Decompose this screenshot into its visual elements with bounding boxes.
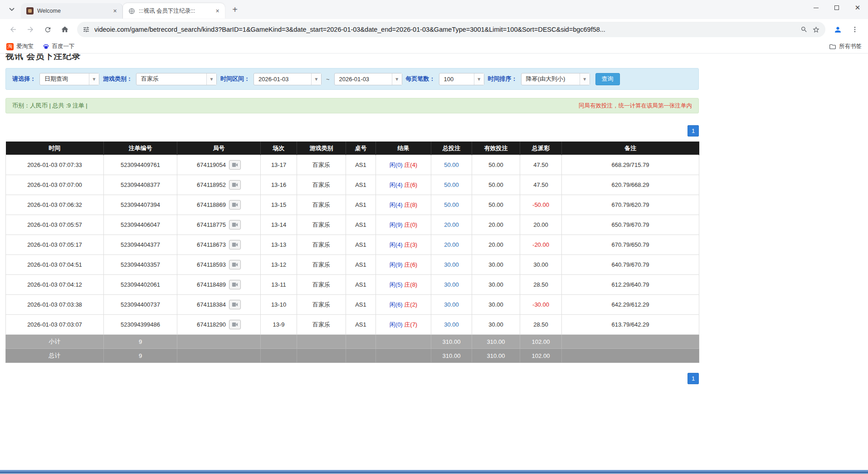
cell-result: 闲(6) 庄(2) [376,295,431,315]
result-player: 闲(9) [390,261,403,268]
result-banker: 庄(8) [404,281,417,288]
tab-bet-records[interactable]: :::视讯 会员下注纪录::: × [123,3,225,19]
video-replay-button[interactable] [229,180,241,190]
result-player: 闲(0) [390,161,403,168]
tab-close-icon[interactable]: × [111,7,119,15]
cell-time: 2026-01-03 07:07:00 [6,175,104,195]
total-bet-link[interactable]: 30.00 [444,281,459,288]
cell-bet-id: 523094408377 [104,175,177,195]
cell-session: 13-17 [261,155,297,175]
cell-round-id: 674119054 [177,155,261,175]
cell-payout: -20.00 [520,235,562,255]
total-bet-link[interactable]: 50.00 [444,161,459,168]
toolbar-right [830,22,863,37]
result-player: 闲(5) [390,281,403,288]
video-replay-button[interactable] [229,300,241,309]
cell-valid-bet: 30.00 [472,275,520,295]
total-bet-link[interactable]: 50.00 [444,181,459,188]
cell-round-id: 674118775 [177,215,261,235]
bookmark-star-icon[interactable] [812,26,820,34]
total-bet-link[interactable]: 30.00 [444,261,459,268]
cell-time: 2026-01-03 07:07:33 [6,155,104,175]
minimize-button[interactable] [805,0,826,15]
window-controls: ✕ [805,0,868,15]
tab-search-button[interactable] [5,3,18,16]
column-header: 总投注 [431,142,472,155]
total-bet-link[interactable]: 30.00 [444,301,459,308]
total-bet-link[interactable]: 50.00 [444,201,459,208]
menu-kebab-icon[interactable] [847,22,863,37]
table-row: 2026-01-03 07:05:57523094406047674118775… [6,215,699,235]
back-button[interactable] [5,22,21,37]
column-header: 游戏类别 [297,142,346,155]
result-banker: 庄(0) [404,221,417,228]
footer-count: 9 [104,349,177,363]
cell-payout: -50.00 [520,195,562,215]
video-replay-button[interactable] [229,220,241,230]
table-row: 2026-01-03 07:05:17523094404377674118673… [6,235,699,255]
forward-button[interactable] [23,22,38,37]
cell-bet-id: 523094403357 [104,255,177,275]
profile-icon[interactable] [830,22,845,37]
table-row: 2026-01-03 07:07:33523094409761674119054… [6,155,699,175]
url-bar[interactable]: videoie.com/game/betrecord_search/kind3?… [77,22,825,37]
search-button[interactable]: 查询 [595,73,620,85]
page-1-button[interactable]: 1 [688,125,699,137]
table-row: 2026-01-03 07:03:07523094399486674118290… [6,315,699,335]
cell-valid-bet: 20.00 [472,215,520,235]
cell-result: 闲(0) 庄(7) [376,315,431,335]
date-start-select[interactable]: 2026-01-03 ▼ [254,73,322,85]
total-bet-link[interactable]: 30.00 [444,321,459,328]
query-type-select[interactable]: 日期查询 ▼ [39,73,99,85]
column-header: 时间 [6,142,104,155]
game-type-select[interactable]: 百家乐 ▼ [136,73,217,85]
url-text: videoie.com/game/betrecord_search/kind3?… [94,26,796,33]
bookmark-taobao[interactable]: 淘 爱淘宝 [6,43,34,50]
reload-button[interactable] [40,22,55,37]
video-replay-button[interactable] [229,320,241,329]
date-end-select[interactable]: 2026-01-03 ▼ [334,73,402,85]
cell-result: 闲(4) 庄(3) [376,235,431,255]
cell-table-no: AS1 [346,215,376,235]
cell-table-no: AS1 [346,315,376,335]
footer-total-bet: 310.00 [431,335,472,349]
page-size-select[interactable]: 100 ▼ [439,73,484,85]
page-1-button[interactable]: 1 [688,373,699,384]
summary-bar: 币别：人民币 | 总共 :9 注单 | 同局有效投注，统一计算在该局第一张注单内 [5,98,699,113]
sort-select[interactable]: 降幂(由大到小) ▼ [521,73,590,85]
cell-bet-id: 523094399486 [104,315,177,335]
close-button[interactable]: ✕ [847,0,868,15]
table-footer: 小计9310.00310.00102.00总计9310.00310.00102.… [6,335,699,363]
cell-time: 2026-01-03 07:05:17 [6,235,104,255]
column-header: 备注 [562,142,699,155]
maximize-button[interactable] [826,0,847,15]
page-title: 视讯 会员下注纪录 [5,54,868,60]
cell-session: 13-15 [261,195,297,215]
video-replay-button[interactable] [229,240,241,249]
table-row: 2026-01-03 07:04:51523094403357674118593… [6,255,699,275]
bet-records-table: 时间注单编号局号场次游戏类别桌号结果总投注有效投注总派彩备注 2026-01-0… [5,142,699,363]
video-replay-button[interactable] [229,200,241,210]
total-bet-link[interactable]: 20.00 [444,221,459,228]
cell-payout: 20.00 [520,215,562,235]
new-tab-button[interactable]: + [229,3,241,16]
tab-title: Welcome [37,8,107,14]
footer-label: 总计 [6,349,104,363]
cell-table-no: AS1 [346,275,376,295]
tab-welcome[interactable]: Welcome × [21,3,123,19]
video-replay-button[interactable] [229,160,241,170]
video-replay-button[interactable] [229,260,241,269]
site-info-icon[interactable] [83,26,90,33]
zoom-icon[interactable] [800,26,808,33]
total-bet-link[interactable]: 20.00 [444,241,459,248]
tab-close-icon[interactable]: × [214,7,221,15]
home-button[interactable] [57,22,73,37]
bookmark-baidu[interactable]: 百度一下 [43,43,75,50]
table-header-row: 时间注单编号局号场次游戏类别桌号结果总投注有效投注总派彩备注 [6,142,699,155]
cell-valid-bet: 50.00 [472,175,520,195]
video-replay-button[interactable] [229,280,241,289]
cell-total-bet: 50.00 [431,155,472,175]
column-header: 场次 [261,142,297,155]
all-bookmarks[interactable]: 所有书签 [829,43,862,50]
cell-valid-bet: 30.00 [472,315,520,335]
